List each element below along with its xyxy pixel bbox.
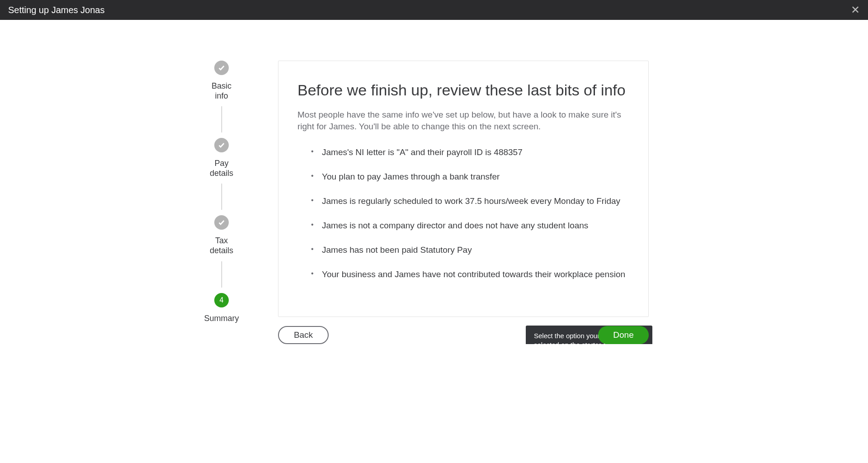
back-button[interactable]: Back bbox=[278, 326, 329, 344]
list-item: You plan to pay James through a bank tra… bbox=[311, 172, 629, 182]
step-label: Basic info bbox=[212, 81, 231, 101]
step-circle-done bbox=[214, 215, 229, 230]
step-connector bbox=[222, 261, 222, 288]
button-row: Back Done ➤ Setup new employee bbox=[278, 326, 649, 344]
check-icon bbox=[218, 64, 225, 71]
step-tax-details[interactable]: Tax details bbox=[210, 215, 233, 255]
step-circle-done bbox=[214, 138, 229, 152]
list-item: James is regularly scheduled to work 37.… bbox=[311, 196, 629, 206]
check-icon bbox=[218, 142, 225, 149]
step-label: Summary bbox=[204, 314, 239, 324]
main-column: Before we finish up, review these last b… bbox=[278, 61, 649, 344]
close-icon[interactable]: ✕ bbox=[851, 5, 860, 15]
summary-list: James's NI letter is "A" and their payro… bbox=[297, 147, 629, 279]
card-heading: Before we finish up, review these last b… bbox=[297, 81, 629, 99]
done-button[interactable]: Done bbox=[598, 326, 649, 344]
step-circle-active: 4 bbox=[214, 293, 229, 307]
modal-title: Setting up James Jonas bbox=[8, 5, 104, 15]
step-summary[interactable]: 4 Summary bbox=[204, 293, 239, 324]
step-label: Pay details bbox=[210, 159, 233, 178]
list-item: James's NI letter is "A" and their payro… bbox=[311, 147, 629, 157]
stepper: Basic info Pay details Tax details 4 Sum… bbox=[188, 61, 255, 344]
step-connector bbox=[222, 184, 222, 210]
step-basic-info[interactable]: Basic info bbox=[212, 61, 231, 101]
step-connector bbox=[222, 106, 222, 132]
step-circle-done bbox=[214, 61, 229, 75]
modal-header: Setting up James Jonas ✕ bbox=[0, 0, 868, 20]
list-item: James has not been paid Statutory Pay bbox=[311, 245, 629, 255]
main-container: Basic info Pay details Tax details 4 Sum… bbox=[163, 20, 705, 344]
summary-card: Before we finish up, review these last b… bbox=[278, 61, 649, 317]
step-label: Tax details bbox=[210, 236, 233, 255]
card-description: Most people have the same info we've set… bbox=[297, 109, 629, 132]
list-item: Your business and James have not contrib… bbox=[311, 269, 629, 279]
step-pay-details[interactable]: Pay details bbox=[210, 138, 233, 178]
list-item: James is not a company director and does… bbox=[311, 221, 629, 231]
check-icon bbox=[218, 219, 225, 226]
